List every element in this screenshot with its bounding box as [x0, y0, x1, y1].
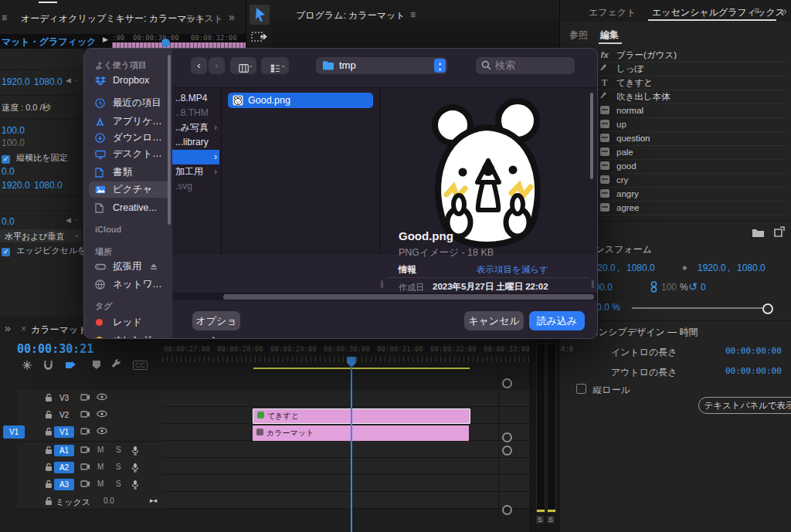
sidebar-item-dropbox[interactable]: Dropbox	[89, 73, 171, 89]
tab-overflow-chevron[interactable]: »	[229, 11, 235, 23]
sync-lock-icon[interactable]	[80, 463, 90, 471]
solo-button[interactable]: S	[116, 479, 121, 488]
timeline-settings-wrench-icon[interactable]	[111, 359, 122, 370]
scroll-handle-dot[interactable]	[502, 505, 512, 515]
lock-icon[interactable]	[45, 393, 53, 402]
path-stepper[interactable]: ▴ ▾	[434, 59, 446, 73]
ec-flicker-select[interactable]: 水平および垂直 ⌄	[0, 229, 82, 242]
scale-linked-value[interactable]: 100	[661, 282, 677, 293]
sync-lock-icon[interactable]	[80, 427, 90, 435]
import-button[interactable]: 読み込み	[529, 311, 585, 330]
ec-scale-width-value[interactable]: 100.0	[2, 137, 25, 148]
lock-icon[interactable]	[45, 463, 53, 472]
layer-row[interactable]: agree	[596, 201, 787, 215]
esg-overflow-chevron[interactable]: »	[781, 5, 787, 17]
voiceover-mic-icon[interactable]	[131, 463, 139, 473]
layer-row[interactable]: Tてきすと	[596, 76, 787, 90]
sync-lock-icon[interactable]	[80, 393, 90, 402]
subtab-browse[interactable]: 参照	[569, 29, 588, 42]
meter-solo-right[interactable]: S	[547, 516, 555, 524]
file-item[interactable]: ..8.MP4	[172, 91, 219, 106]
mini-playhead-handle[interactable]	[161, 39, 170, 47]
insert-overwrite-icon[interactable]	[22, 360, 32, 371]
search-field[interactable]: 検索	[476, 57, 575, 74]
layer-row[interactable]: normal	[596, 103, 787, 118]
tab-effects[interactable]: エフェクト	[589, 6, 636, 19]
meter-solo-left[interactable]: S	[536, 516, 544, 524]
preview-scrollbar[interactable]	[590, 93, 593, 179]
voiceover-mic-icon[interactable]	[131, 479, 139, 490]
tab-audio-clip-mixer[interactable]: オーディオクリップミキサー: カラーマット	[21, 12, 205, 25]
mute-button[interactable]: M	[97, 463, 104, 471]
opacity-slider-track[interactable]	[632, 307, 769, 309]
eject-icon[interactable]	[150, 263, 162, 270]
sidebar-item-creative-cloud[interactable]: Creative...	[89, 200, 171, 216]
column-resize-handle[interactable]: ∥	[380, 280, 384, 288]
add-marker-icon[interactable]	[92, 360, 101, 370]
forward-button[interactable]: ›	[209, 57, 225, 74]
rotation-value[interactable]: 0	[701, 282, 706, 293]
linked-selection-icon[interactable]	[65, 359, 76, 371]
track-name-v1[interactable]: V1	[54, 426, 74, 438]
tab-essential-graphics[interactable]: エッセンシャルグラフィックス	[652, 6, 785, 19]
sync-lock-icon[interactable]	[80, 479, 90, 488]
mix-keyframe-icon[interactable]: ▸◂	[150, 496, 157, 504]
anchor-y-value[interactable]: 1080.0	[737, 263, 766, 273]
sidebar-tag-orange[interactable]: オレンジ	[89, 332, 171, 339]
mini-timeline-title[interactable]: マット・グラフィック	[2, 36, 97, 49]
hscrollbar-track[interactable]	[172, 293, 597, 300]
scroll-handle-dot[interactable]	[502, 432, 512, 442]
keyframe-prev-icon[interactable]: ◀	[66, 76, 71, 84]
sidebar-item-pictures-selected[interactable]: ピクチャ	[89, 181, 171, 198]
lock-icon[interactable]	[45, 496, 53, 506]
toggle-track-output-eye-icon[interactable]	[97, 393, 107, 401]
source-patch-v1[interactable]: V1	[3, 425, 25, 439]
ec-size-y[interactable]: 1080.0	[34, 180, 63, 191]
options-button[interactable]: オプション	[192, 311, 240, 330]
lock-icon[interactable]	[45, 427, 53, 436]
back-button[interactable]: ‹	[191, 57, 207, 74]
track-name-a2[interactable]: A2	[54, 462, 74, 473]
layer-row[interactable]: up	[596, 117, 787, 132]
ec-position-x[interactable]: 1920.0	[2, 76, 30, 87]
outro-length-value[interactable]: 00:00:00:00	[725, 366, 782, 376]
folder-item-selected[interactable]: ›	[172, 150, 219, 164]
track-select-tool-button[interactable]	[250, 29, 270, 45]
hscrollbar-thumb[interactable]	[223, 294, 594, 300]
sync-lock-icon[interactable]	[80, 410, 90, 418]
group-by-button[interactable]: ⌄	[261, 57, 289, 74]
playhead-line[interactable]	[351, 364, 352, 532]
sidebar-item-documents[interactable]: 書類	[89, 164, 171, 181]
esg-panel-menu-icon[interactable]: ≡	[754, 5, 759, 16]
captions-cc-icon[interactable]: CC	[133, 361, 148, 370]
solo-button[interactable]: S	[116, 446, 121, 454]
subtab-edit[interactable]: 編集	[600, 29, 619, 42]
file-item[interactable]: ...library	[172, 135, 219, 150]
roll-checkbox-row[interactable]: 縦ロール	[576, 384, 630, 397]
program-panel-menu-icon[interactable]: ≡	[410, 9, 416, 20]
column-resize-handle[interactable]: ∥	[591, 280, 595, 288]
toggle-track-output-eye-icon[interactable]	[97, 410, 107, 418]
playhead-timecode[interactable]: 00:00:30:21	[17, 342, 93, 356]
mute-button[interactable]: M	[97, 446, 104, 454]
sidebar-tag-red[interactable]: レッド	[89, 314, 171, 330]
folder-item[interactable]: ..み写真›	[172, 120, 219, 135]
column-view-button[interactable]: ⌄	[230, 57, 256, 74]
layer-row[interactable]: question	[596, 131, 787, 146]
ec-size-x[interactable]: 1920.0	[2, 180, 30, 191]
ec-scale-value[interactable]: 100.0	[2, 125, 25, 136]
file-item-good-png[interactable]: Good.png	[228, 93, 373, 108]
layer-row[interactable]: しっぽ	[596, 62, 787, 76]
show-less-link[interactable]: 表示項目を減らす	[477, 264, 548, 276]
new-folder-button[interactable]	[752, 227, 765, 238]
sidebar-item-desktop[interactable]: デスクト…	[89, 146, 171, 162]
sidebar-scrollbar[interactable]	[168, 55, 171, 225]
rotate-icon[interactable]: ↺	[688, 280, 698, 293]
intro-length-value[interactable]: 00:00:00:00	[725, 346, 782, 356]
layer-row[interactable]: good	[596, 159, 787, 174]
tab-text[interactable]: テキスト	[185, 12, 223, 25]
ec-ratio-check-row[interactable]: ✓ 縦横比を固定	[2, 152, 68, 164]
selection-tool-button[interactable]	[250, 5, 270, 25]
lock-icon[interactable]	[45, 479, 53, 489]
toggle-track-output-eye-icon[interactable]	[97, 427, 107, 435]
